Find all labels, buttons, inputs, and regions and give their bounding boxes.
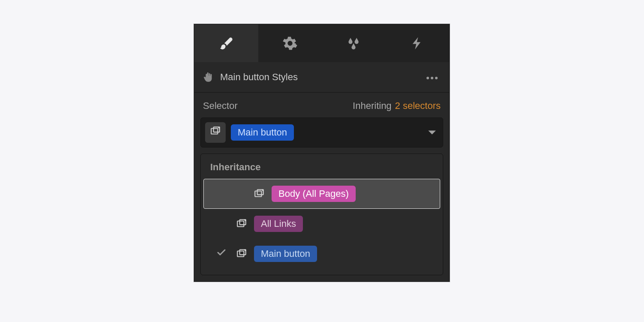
tab-settings[interactable] (258, 24, 322, 62)
inheritance-chip: Main button (254, 246, 317, 262)
panel-tabs (194, 24, 449, 62)
inheritance-panel: Inheritance Body (All Pages)All LinksMai… (200, 153, 443, 275)
svg-rect-3 (211, 129, 218, 134)
selector-input[interactable]: Main button (200, 117, 443, 147)
svg-point-11 (245, 219, 246, 221)
svg-rect-9 (237, 221, 244, 227)
svg-point-5 (218, 126, 220, 128)
element-icon (253, 188, 266, 199)
svg-point-8 (262, 189, 264, 191)
bolt-icon (410, 36, 425, 51)
svg-point-0 (426, 77, 429, 79)
inheriting-label: Inheriting (353, 100, 392, 111)
inheritance-item[interactable]: Main button (201, 239, 443, 269)
gear-icon (283, 36, 297, 51)
svg-point-1 (431, 77, 433, 79)
ellipsis-icon (426, 72, 438, 83)
svg-point-14 (245, 249, 246, 251)
inheritance-chip: All Links (254, 216, 303, 232)
selector-label: Selector (203, 100, 353, 111)
selector-state-button[interactable] (205, 122, 226, 143)
inheriting-count[interactable]: 2 selectors (395, 100, 441, 111)
svg-rect-6 (255, 191, 261, 197)
element-icon (235, 218, 248, 229)
style-panel: Main button Styles Selector Inheriting 2… (194, 24, 450, 282)
inheritance-item[interactable]: Body (All Pages) (203, 179, 440, 209)
chevron-down-icon (427, 127, 437, 138)
element-icon (235, 248, 248, 259)
panel-title-row: Main button Styles (194, 62, 449, 93)
tab-effects[interactable] (322, 24, 386, 62)
inheritance-list: Body (All Pages)All LinksMain button (201, 179, 443, 269)
panel-title: Main button Styles (220, 72, 423, 83)
tab-interactions[interactable] (386, 24, 450, 62)
inheritance-chip: Body (All Pages) (272, 186, 356, 202)
inheritance-title: Inheritance (201, 162, 443, 179)
selector-class-chip[interactable]: Main button (231, 124, 294, 141)
check-icon (216, 247, 227, 260)
inheritance-item[interactable]: All Links (201, 209, 443, 239)
droplets-icon (346, 36, 361, 51)
selector-dropdown-toggle[interactable] (427, 127, 437, 138)
svg-point-2 (435, 77, 438, 79)
selector-header: Selector Inheriting 2 selectors (194, 93, 449, 117)
brush-icon (219, 36, 233, 51)
pointer-icon (203, 72, 214, 83)
element-icon (210, 126, 221, 139)
svg-rect-12 (237, 251, 244, 257)
more-button[interactable] (423, 69, 441, 85)
check-column (214, 247, 229, 260)
tab-style[interactable] (194, 24, 258, 62)
